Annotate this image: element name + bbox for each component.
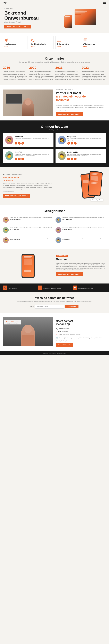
newsletter-label: Email bbox=[30, 306, 34, 308]
testimonial-name-4: RAUL MADISON bbox=[62, 229, 106, 230]
overons-text: Aliqui pariatur perspiciatis optima marq… bbox=[56, 262, 106, 270]
location-icon-strip: 📍 bbox=[38, 286, 42, 290]
cloud-icon bbox=[4, 38, 8, 42]
timeline-text-1: Praktijzing aanweenover ondermangement k… bbox=[3, 70, 28, 80]
contact-detail-text-1: Telefoon: 09003-MAY bbox=[59, 328, 70, 329]
hamburger-button[interactable] bbox=[103, 2, 106, 4]
twitter-icon-1[interactable]: t bbox=[15, 142, 17, 144]
testimonial-item-3: 👩 Sample click. Click to select the text… bbox=[3, 226, 54, 234]
testimonial-item-4: 👨 Sample click. Click to select the text… bbox=[56, 226, 106, 234]
contact-img-label: We are a Web Agency bbox=[6, 321, 19, 322]
testimonial-item-5: 👩 Sample click. Click to select the text… bbox=[3, 236, 54, 244]
products-title: web- en mobieleproducten bbox=[3, 176, 53, 182]
team-desc-1: Quis aute irure dolor in reprehenderit i… bbox=[15, 138, 51, 141]
team-card-4: 👨 Not Reynolds Quis aute irure dolor in … bbox=[56, 149, 106, 162]
testimonial-content-6: Sample click. Click to select the text b… bbox=[62, 237, 106, 241]
newsletter-cta-button[interactable]: CLICK HERE bbox=[66, 305, 79, 308]
facebook-icon-4[interactable]: f bbox=[71, 158, 73, 160]
linkedin-icon-1[interactable]: in bbox=[21, 142, 24, 144]
contact-detail-4: 🕐 Openingstijden: Maandag — Donderdag 10… bbox=[56, 337, 106, 339]
contact-cta-button[interactable]: BOEK CONSULT bbox=[56, 343, 73, 347]
facebook-icon-1[interactable]: f bbox=[18, 142, 21, 144]
testimonial-item-1: 👩 Sample click. Click to select the text… bbox=[3, 216, 54, 224]
linkedin-icon-3[interactable]: in bbox=[21, 158, 24, 160]
team-avatar-3: 👨 bbox=[5, 151, 13, 160]
hero-cta-button[interactable]: NEEM CONTACT MET ONS OP bbox=[4, 25, 32, 28]
overons-cta-button[interactable]: NEEM CONTACT MET ONS OP bbox=[56, 272, 83, 276]
service-card-4: Website ontwerp MEER bbox=[82, 36, 106, 50]
contact-section: We are a Web Agency Design & Development… bbox=[0, 313, 109, 351]
testimonial-avatar-5: 👩 bbox=[3, 237, 9, 243]
speed-icon bbox=[31, 38, 35, 42]
team-title: Ontmoet het team bbox=[3, 125, 106, 128]
team-desc-4: Quis aute irure dolor in reprehenderit i… bbox=[67, 154, 104, 156]
twitter-icon-4[interactable]: t bbox=[67, 158, 70, 160]
contact-detail-3: 📍 Adres: Adstrukrut 32, Washington dc, 3… bbox=[56, 334, 106, 336]
facebook-icon-3[interactable]: f bbox=[18, 158, 21, 160]
team-info-1: Rob Brown Quis aute irure dolor in repre… bbox=[15, 136, 51, 145]
info-label-1: CALL US bbox=[8, 286, 17, 288]
testimonial-text-6: Sample click. Click to select the text b… bbox=[62, 237, 106, 239]
contact-detail-1: 📞 Telefoon: 09003-MAY bbox=[56, 328, 106, 330]
testimonial-content-4: Sample click. Click to select the text b… bbox=[62, 227, 106, 230]
newsletter-input[interactable] bbox=[35, 305, 64, 309]
services-section: Cloud-oplossing MEER Snheidsoptimalisati… bbox=[0, 33, 109, 52]
twitter-icon-3[interactable]: t bbox=[15, 158, 17, 160]
testimonials-grid: 👩 Sample click. Click to select the text… bbox=[3, 216, 106, 244]
overons-right: Verbrand top Over ons Aliqui pariatur pe… bbox=[56, 254, 106, 278]
partner-text: Excepteur sint occaecat cupidatat non pr… bbox=[56, 103, 106, 108]
twitter-icon-2[interactable]: t bbox=[67, 142, 70, 144]
testimonial-content-5: Sample click. Click to select the text b… bbox=[10, 237, 54, 241]
linkedin-icon-4[interactable]: in bbox=[74, 158, 76, 160]
svg-rect-5 bbox=[58, 40, 58, 42]
testimonial-avatar-4: 👨 bbox=[56, 227, 61, 233]
team-name-2: Mary Smith bbox=[67, 136, 104, 138]
info-strip: 📞 CALL US +00-123-456-7891 📍 BY JOUW LOC… bbox=[0, 284, 109, 292]
timeline-item-3: 2021 Praktijzing aanweenover ondermangem… bbox=[55, 66, 80, 80]
service-meer-1[interactable]: MEER bbox=[4, 46, 26, 47]
products-text: Excepteur sint occaecat cupidatat non pr… bbox=[3, 183, 53, 190]
service-meer-4[interactable]: MEER bbox=[83, 46, 105, 47]
timeline-year-4: 2022 bbox=[82, 66, 106, 70]
team-avatar-2: 👩 bbox=[58, 136, 66, 144]
svg-rect-10 bbox=[84, 39, 86, 40]
testimonial-text-2: Sample click. Click to select the text b… bbox=[62, 217, 106, 218]
facebook-icon-2[interactable]: f bbox=[71, 142, 73, 144]
team-card-2: 👩 Mary Smith Quis aute irure dolor in re… bbox=[56, 134, 106, 147]
footer-text: © 2023 all rights reserved for Slide Mon… bbox=[3, 353, 106, 354]
team-name-1: Rob Brown bbox=[15, 136, 51, 138]
products-cta-button[interactable]: NEEM CONTACT MET ONS OP bbox=[3, 194, 30, 198]
overons-title: Over ons bbox=[56, 258, 106, 261]
partner-over: PARTNER MET CODAL bbox=[56, 89, 106, 90]
testimonial-item-6: 👨 Sample click. Click to select the text… bbox=[56, 236, 106, 244]
service-meer-3[interactable]: MEER bbox=[57, 46, 78, 47]
info-label-3: UREN bbox=[78, 286, 93, 288]
testimonial-avatar-6: 👨 bbox=[56, 237, 61, 243]
clock-icon-strip: 🕐 bbox=[73, 286, 77, 290]
hero-title: Bekroond Ontwerpbureau bbox=[4, 10, 53, 21]
testimonial-content-2: Sample click. Click to select the text b… bbox=[62, 217, 106, 220]
service-card-2: Snheidsoptimalisati e MEER bbox=[29, 36, 54, 50]
partner-cta-button[interactable]: NEEM CONTACT MET ONS OP bbox=[56, 112, 83, 116]
hero-devices bbox=[64, 9, 96, 28]
service-title-1: Cloud-oplossing bbox=[4, 43, 26, 45]
service-title-4: Website ontwerp bbox=[83, 43, 105, 45]
contact-img-sub: Design & Development bbox=[6, 322, 19, 324]
service-meer-2[interactable]: MEER bbox=[31, 46, 52, 47]
nav-logo: logo bbox=[3, 2, 7, 4]
svg-rect-7 bbox=[60, 39, 60, 42]
contact-detail-text-2: Email: @name.com bbox=[58, 331, 68, 332]
phone-mockup-1 bbox=[88, 171, 103, 196]
team-name-4: Not Reynolds bbox=[67, 151, 104, 153]
testimonial-content-1: Sample click. Click to select the text b… bbox=[10, 217, 54, 220]
linkedin-icon-2[interactable]: in bbox=[74, 142, 76, 144]
products-right: Take a Step Ahead bbox=[56, 171, 106, 200]
partner-left bbox=[3, 90, 53, 116]
partner-right: PARTNER MET CODAL Partner met Codal& str… bbox=[56, 89, 106, 116]
info-item-3: 🕐 UREN Monday – Saturday 9:00 – 10:00 bbox=[73, 286, 106, 290]
contact-detail-text-4: Openingstijden: Maandag — Donderdag 10:0… bbox=[59, 337, 102, 339]
testimonial-name-3: OLGA IVANOVA bbox=[10, 229, 54, 230]
contact-detail-text-3: Adres: Adstrukrut 32, Washington dc, 313… bbox=[59, 334, 80, 336]
team-desc-2: Quis aute irure dolor in reprehenderit i… bbox=[67, 138, 104, 141]
hero-left: OVER ONS Bekroond Ontwerpbureau Afbeeldi… bbox=[4, 8, 53, 28]
